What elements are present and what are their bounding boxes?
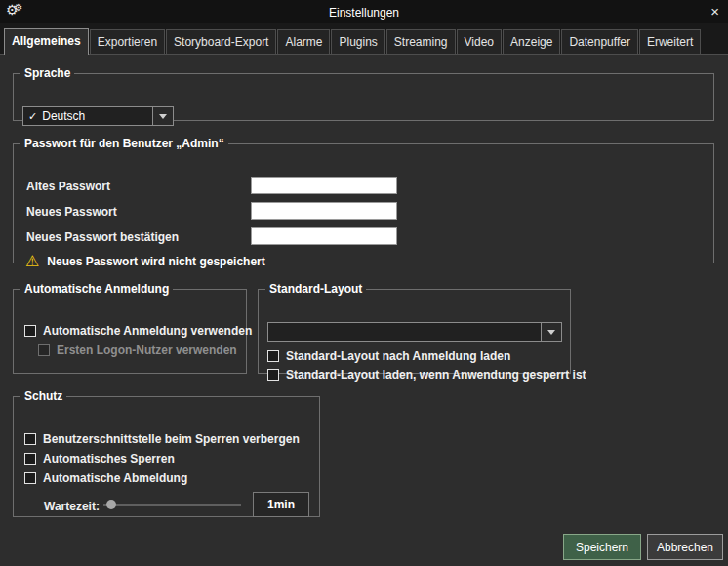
tab-erweitert[interactable]: Erweitert [639, 29, 701, 54]
tab-streaming[interactable]: Streaming [386, 29, 456, 54]
auto-logout-checkbox[interactable]: Automatische Abmeldung [24, 471, 187, 485]
tab-anzeige[interactable]: Anzeige [503, 29, 560, 54]
auto-logout-checkbox-label: Automatische Abmeldung [43, 471, 187, 485]
wait-time-label: Wartezeit: [44, 500, 100, 513]
auto-login-checkbox[interactable]: Automatische Anmeldung verwenden [24, 324, 252, 338]
password-warning-text: Neues Passwort wird nicht gespeichert [47, 255, 264, 268]
default-layout-legend: Standard-Layout [265, 282, 366, 296]
tab-exportieren[interactable]: Exportieren [90, 29, 165, 54]
password-group: Passwort für den Benutzer „Admin“ Altes … [13, 137, 714, 263]
language-legend: Sprache [20, 66, 74, 80]
layout-after-login-checkbox[interactable]: Standard-Layout nach Anmeldung laden [267, 349, 510, 363]
settings-content: Sprache ✓ Deutsch Passwort für den Benut… [0, 55, 728, 566]
close-icon[interactable]: × [710, 3, 719, 20]
cancel-button[interactable]: Abbrechen [647, 534, 723, 560]
auto-login-legend: Automatische Anmeldung [20, 282, 173, 296]
chevron-down-icon[interactable] [152, 107, 173, 125]
password-warning: ⚠ Neues Passwort wird nicht gespeichert [25, 254, 265, 269]
first-logon-user-checkbox-label: Ersten Logon-Nutzer verwenden [57, 344, 237, 357]
tab-storyboard-export[interactable]: Storyboard-Export [166, 29, 276, 54]
confirm-password-label: Neues Passwort bestätigen [26, 230, 179, 244]
checkbox-icon [24, 453, 36, 465]
tab-datenpuffer[interactable]: Datenpuffer [561, 29, 638, 54]
slider-handle[interactable] [106, 500, 116, 509]
window-title: Einstellungen [0, 6, 728, 20]
protection-legend: Schutz [20, 389, 66, 403]
auto-login-group: Automatische Anmeldung Automatische Anme… [13, 282, 247, 374]
chevron-down-icon[interactable] [541, 323, 561, 341]
hide-ui-checkbox-label: Benutzerschnittstelle beim Sperren verbe… [43, 432, 300, 446]
tab-bar: Allgemeines Exportieren Storyboard-Expor… [0, 23, 728, 55]
language-group: Sprache ✓ Deutsch [13, 66, 714, 121]
confirm-password-field[interactable] [251, 227, 397, 245]
save-button[interactable]: Speichern [563, 534, 641, 560]
auto-lock-checkbox[interactable]: Automatisches Sperren [24, 452, 175, 465]
protection-group: Schutz Benutzerschnittstelle beim Sperre… [13, 389, 320, 517]
old-password-field[interactable] [251, 177, 397, 194]
checkbox-icon [267, 369, 279, 381]
slider-track[interactable] [103, 504, 241, 506]
hide-ui-checkbox[interactable]: Benutzerschnittstelle beim Sperren verbe… [24, 432, 300, 446]
layout-after-login-checkbox-label: Standard-Layout nach Anmeldung laden [286, 349, 510, 363]
checkbox-icon [24, 433, 36, 445]
default-layout-group: Standard-Layout Standard-Layout nach Anm… [258, 282, 571, 374]
check-icon: ✓ [23, 110, 37, 123]
new-password-label: Neues Passwort [26, 205, 117, 219]
first-logon-user-checkbox: Ersten Logon-Nutzer verwenden [38, 344, 237, 357]
new-password-field[interactable] [251, 202, 397, 220]
language-selected-value: Deutsch [37, 109, 152, 123]
settings-window: ⚙⚙ Einstellungen × Allgemeines Exportier… [0, 0, 728, 566]
layout-when-locked-checkbox[interactable]: Standard-Layout laden, wenn Anwendung ge… [267, 368, 586, 382]
checkbox-icon [267, 350, 279, 362]
checkbox-icon [38, 344, 50, 356]
tab-video[interactable]: Video [457, 29, 502, 54]
auto-lock-checkbox-label: Automatisches Sperren [43, 452, 175, 465]
checkbox-icon [24, 472, 36, 484]
password-legend: Passwort für den Benutzer „Admin“ [20, 137, 228, 150]
tab-alarme[interactable]: Alarme [277, 29, 330, 54]
wait-time-slider[interactable] [103, 497, 241, 512]
layout-when-locked-checkbox-label: Standard-Layout laden, wenn Anwendung ge… [286, 368, 586, 382]
tab-plugins[interactable]: Plugins [331, 29, 384, 54]
tab-allgemeines[interactable]: Allgemeines [4, 28, 89, 55]
language-dropdown[interactable]: ✓ Deutsch [22, 106, 174, 126]
checkbox-icon [24, 325, 36, 337]
wait-time-value: 1min [253, 492, 309, 517]
auto-login-checkbox-label: Automatische Anmeldung verwenden [43, 324, 252, 338]
default-layout-dropdown[interactable] [267, 322, 562, 342]
old-password-label: Altes Passwort [26, 180, 110, 193]
warning-icon: ⚠ [25, 254, 39, 269]
titlebar: ⚙⚙ Einstellungen × [0, 0, 728, 23]
